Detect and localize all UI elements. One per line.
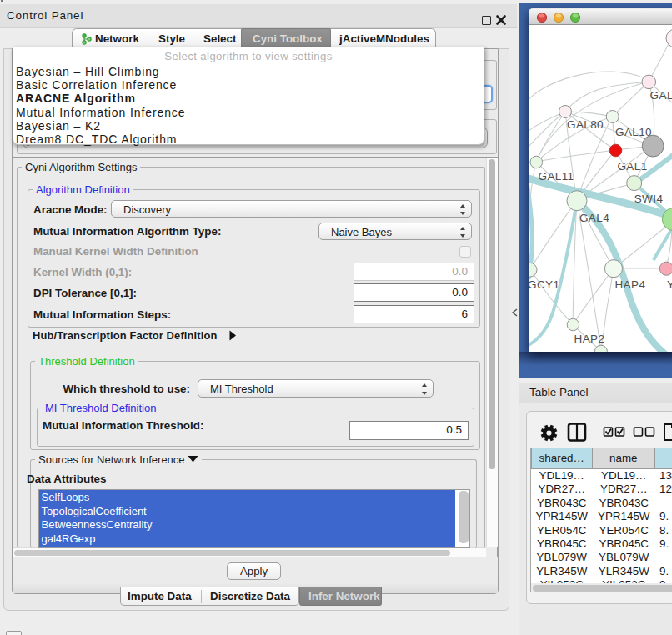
svg-text:GAL80: GAL80 (567, 118, 604, 131)
svg-text:HAP2: HAP2 (574, 332, 605, 345)
svg-text:Y: Y (667, 278, 672, 291)
svg-text:GAL4: GAL4 (579, 212, 609, 224)
svg-text:GCY1: GCY1 (529, 278, 559, 291)
svg-text:GAL7: GAL7 (650, 89, 672, 102)
svg-text:GAL11: GAL11 (538, 170, 574, 182)
svg-text:GAL1: GAL1 (617, 160, 647, 172)
svg-text:HAP4: HAP4 (615, 278, 646, 291)
svg-text:SWI4: SWI4 (634, 192, 664, 205)
svg-text:GAL10: GAL10 (615, 126, 652, 138)
